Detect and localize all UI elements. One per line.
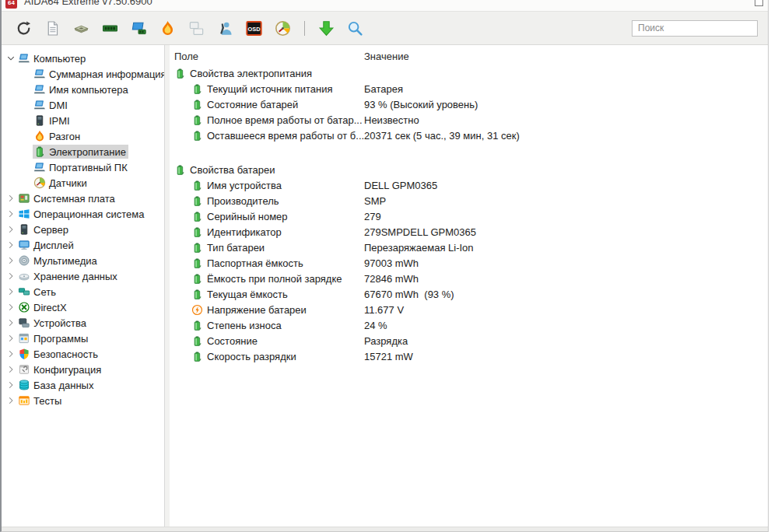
field-value: 20371 сек (5 час., 39 мин, 31 сек) <box>364 130 520 142</box>
user-profile-button[interactable] <box>211 16 240 40</box>
sidebar-item-label: Конфигурация <box>33 364 101 376</box>
computer-icon <box>33 83 46 96</box>
battery-icon <box>174 164 186 176</box>
sidebar-item-computer[interactable]: Компьютер <box>2 51 164 66</box>
sidebar-item-programs[interactable]: Программы <box>2 331 164 346</box>
table-row[interactable]: Имя устройстваDELL GPM0365 <box>174 177 768 193</box>
table-row[interactable]: Текущая ёмкость67670 mWh (93 %) <box>174 286 768 302</box>
sidebar-item-motherboard[interactable]: Системная плата <box>2 191 164 206</box>
directx-icon <box>18 301 30 313</box>
table-row[interactable]: Ёмкость при полной зарядке72846 mWh <box>174 271 768 286</box>
video-icon <box>131 20 147 37</box>
field-value: 279 <box>364 211 381 222</box>
chevron-down-icon[interactable] <box>5 52 17 65</box>
battery-icon <box>191 195 203 207</box>
database-icon <box>18 379 30 391</box>
sidebar-item-operating-system[interactable]: Операционная система <box>2 206 164 222</box>
table-row[interactable]: Состояние батарей93 % (Высокий уровень) <box>174 96 768 112</box>
titlebar: 64 AIDA64 Extreme v7.50.6900 <box>2 0 768 11</box>
sidebar-item-portable-pc[interactable]: Портативный ПК <box>2 159 164 175</box>
field-label: Скорость разрядки <box>207 351 296 362</box>
chevron-right-icon[interactable] <box>5 208 17 220</box>
table-row[interactable]: СостояниеРазрядка <box>174 333 768 348</box>
sidebar-item-ipmi[interactable]: IPMI <box>2 113 164 128</box>
chevron-right-icon[interactable] <box>5 270 17 282</box>
column-header-value[interactable]: Значение <box>364 51 409 62</box>
cpu-info-button[interactable] <box>67 16 96 40</box>
table-row[interactable]: Напряжение батареи11.677 V <box>174 302 768 317</box>
sidebar-item-security[interactable]: Безопасность <box>2 346 164 362</box>
software-update-button[interactable] <box>312 16 341 40</box>
remote-monitor-button[interactable] <box>182 16 211 40</box>
table-row[interactable]: Степень износа24 % <box>174 317 768 333</box>
sidebar-item-summary[interactable]: Суммарная информация <box>2 66 164 82</box>
sidebar-item-power[interactable]: Электропитание <box>2 144 164 159</box>
report-button[interactable] <box>38 16 67 40</box>
table-row[interactable]: Идентификатор279SMPDELL GPM0365 <box>174 224 768 240</box>
search-input[interactable] <box>632 20 758 37</box>
chevron-right-icon[interactable] <box>5 332 17 345</box>
sidebar-item-display[interactable]: Дисплей <box>2 237 164 253</box>
video-info-button[interactable] <box>124 16 153 40</box>
sidebar-item-label: Устройства <box>33 317 86 329</box>
sidebar-item-dmi[interactable]: DMI <box>2 97 164 113</box>
sidebar-item-label: Хранение данных <box>33 271 117 282</box>
sidebar-item-config[interactable]: Конфигурация <box>2 362 164 377</box>
sidebar-item-storage[interactable]: Хранение данных <box>2 268 164 284</box>
table-row[interactable]: Оставшееся время работы от б...20371 сек… <box>174 128 768 143</box>
sidebar-item-server[interactable]: Сервер <box>2 222 164 237</box>
sidebar-item-devices[interactable]: Устройства <box>2 315 164 331</box>
table-row[interactable]: Тип батареиПерезаряжаемая Li-Ion <box>174 240 768 255</box>
field-value: 15721 mW <box>364 351 413 362</box>
maximize-button[interactable] <box>755 0 763 6</box>
chevron-right-icon[interactable] <box>5 301 17 313</box>
content-area: КомпьютерСуммарная информацияИмя компьют… <box>2 45 768 527</box>
chevron-placeholder <box>20 99 33 111</box>
find-button[interactable] <box>341 16 370 40</box>
chevron-placeholder <box>20 114 33 127</box>
section-header-row[interactable]: Свойства батареи <box>174 162 768 177</box>
benchmark-button[interactable] <box>153 16 182 40</box>
chevron-right-icon[interactable] <box>5 192 17 205</box>
sidebar-item-directx[interactable]: DirectX <box>2 299 164 315</box>
memory-info-button[interactable] <box>96 16 124 40</box>
battery-icon <box>191 83 203 95</box>
table-row[interactable]: Паспортная ёмкость97003 mWh <box>174 255 768 271</box>
osd-panel-button[interactable]: OSD <box>240 16 268 40</box>
table-row[interactable]: Текущий источник питанияБатарея <box>174 81 768 96</box>
sidebar-item-label: Сервер <box>33 224 68 236</box>
chevron-right-icon[interactable] <box>5 348 17 360</box>
sidebar-item-overclock[interactable]: Разгон <box>2 128 164 144</box>
voltage-icon <box>191 304 203 316</box>
column-header-field[interactable]: Поле <box>174 51 364 62</box>
section-header-row[interactable]: Свойства электропитания <box>174 65 768 81</box>
chevron-right-icon[interactable] <box>5 317 17 329</box>
list-header: Поле Значение <box>174 47 768 65</box>
refresh-button[interactable] <box>9 16 38 40</box>
sidebar-item-database[interactable]: База данных <box>2 377 164 393</box>
chevron-right-icon[interactable] <box>5 363 17 376</box>
sensor-panel-button[interactable] <box>268 16 297 40</box>
sidebar-item-label: DMI <box>49 100 68 111</box>
field-label: Оставшееся время работы от б... <box>207 130 364 142</box>
chevron-right-icon[interactable] <box>5 394 17 407</box>
chevron-right-icon[interactable] <box>5 239 17 251</box>
sidebar-item-label: Портативный ПК <box>49 162 128 173</box>
table-row[interactable]: ПроизводительSMP <box>174 193 768 208</box>
chevron-right-icon[interactable] <box>5 254 17 267</box>
sidebar-item-sensors[interactable]: Датчики <box>2 175 164 191</box>
field-value: 11.677 V <box>364 304 404 316</box>
table-row[interactable]: Скорость разрядки15721 mW <box>174 348 768 364</box>
sidebar-item-tests[interactable]: Тесты <box>2 393 164 408</box>
chevron-right-icon[interactable] <box>5 379 17 391</box>
table-row[interactable]: Серийный номер279 <box>174 208 768 224</box>
server-icon <box>18 223 30 236</box>
table-row[interactable]: Полное время работы от батар...Неизвестн… <box>174 112 768 128</box>
sidebar-item-computer-name[interactable]: Имя компьютера <box>2 82 164 97</box>
navigation-tree: КомпьютерСуммарная информацияИмя компьют… <box>2 51 164 408</box>
computer-icon <box>33 99 46 111</box>
sidebar-item-network[interactable]: Сеть <box>2 284 164 299</box>
chevron-right-icon[interactable] <box>5 285 17 298</box>
chevron-right-icon[interactable] <box>5 223 17 236</box>
sidebar-item-multimedia[interactable]: Мультимедиа <box>2 253 164 268</box>
